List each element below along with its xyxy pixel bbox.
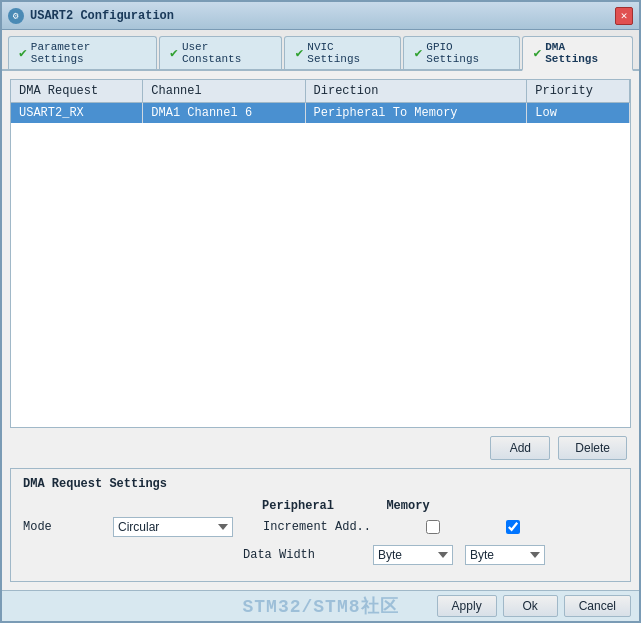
- mode-control: Normal Circular: [113, 517, 233, 537]
- mode-dropdown[interactable]: Normal Circular: [113, 517, 233, 537]
- data-width-selects: Byte Half Word Word Byte Half Word Word: [373, 545, 545, 565]
- window-icon: ⚙: [8, 8, 24, 24]
- peripheral-width-dropdown[interactable]: Byte Half Word Word: [373, 545, 453, 565]
- increment-label: Increment Add..: [263, 520, 393, 534]
- tab-check-icon: ✔: [295, 45, 303, 61]
- col-header-channel: Channel: [143, 80, 305, 103]
- tab-dma-settings[interactable]: ✔ DMA Settings: [522, 36, 633, 71]
- tab-parameter-settings[interactable]: ✔ Parameter Settings: [8, 36, 157, 69]
- delete-button[interactable]: Delete: [558, 436, 627, 460]
- watermark: STM32/STM8社区: [242, 594, 398, 618]
- add-button[interactable]: Add: [490, 436, 550, 460]
- cell-priority: Low: [527, 103, 630, 124]
- cell-channel: DMA1 Channel 6: [143, 103, 305, 124]
- table-actions: Add Delete: [10, 436, 631, 460]
- peripheral-increment-checkbox[interactable]: [426, 520, 440, 534]
- dma-table-area: DMA Request Channel Direction Priority U…: [10, 79, 631, 428]
- tab-nvic-settings[interactable]: ✔ NVIC Settings: [284, 36, 401, 69]
- memory-increment-wrap: [473, 520, 553, 534]
- dma-request-settings: DMA Request Settings Peripheral Memory M…: [10, 468, 631, 582]
- tab-check-icon: ✔: [414, 45, 422, 61]
- tab-check-icon: ✔: [533, 45, 541, 61]
- window-title: USART2 Configuration: [30, 9, 174, 23]
- data-width-row: Data Width Byte Half Word Word Byte Half…: [23, 545, 618, 565]
- mode-row: Mode Normal Circular Increment Add..: [23, 517, 618, 537]
- memory-width-dropdown[interactable]: Byte Half Word Word: [465, 545, 545, 565]
- cell-dma-request: USART2_RX: [11, 103, 143, 124]
- tab-check-icon: ✔: [19, 45, 27, 61]
- apply-button[interactable]: Apply: [437, 595, 497, 617]
- memory-increment-checkbox[interactable]: [506, 520, 520, 534]
- mode-label: Mode: [23, 520, 113, 534]
- bottom-bar: STM32/STM8社区 Apply Ok Cancel: [2, 590, 639, 621]
- col-header-priority: Priority: [527, 80, 630, 103]
- tab-gpio-settings[interactable]: ✔ GPIO Settings: [403, 36, 520, 69]
- cell-direction: Peripheral To Memory: [305, 103, 527, 124]
- peripheral-column-header: Peripheral: [243, 499, 353, 513]
- memory-column-header: Memory: [353, 499, 463, 513]
- main-content: DMA Request Channel Direction Priority U…: [2, 71, 639, 590]
- tab-user-constants[interactable]: ✔ User Constants: [159, 36, 282, 69]
- main-window: ⚙ USART2 Configuration ✕ ✔ Parameter Set…: [0, 0, 641, 623]
- table-row[interactable]: USART2_RX DMA1 Channel 6 Peripheral To M…: [11, 103, 630, 124]
- tab-check-icon: ✔: [170, 45, 178, 61]
- dma-table: DMA Request Channel Direction Priority U…: [11, 80, 630, 123]
- settings-title: DMA Request Settings: [23, 477, 618, 491]
- cancel-button[interactable]: Cancel: [564, 595, 631, 617]
- data-width-label: Data Width: [243, 548, 373, 562]
- ok-button[interactable]: Ok: [503, 595, 558, 617]
- peripheral-increment-wrap: [393, 520, 473, 534]
- col-header-direction: Direction: [305, 80, 527, 103]
- col-header-dma-request: DMA Request: [11, 80, 143, 103]
- title-bar: ⚙ USART2 Configuration ✕: [2, 2, 639, 30]
- tabs-bar: ✔ Parameter Settings ✔ User Constants ✔ …: [2, 30, 639, 71]
- close-button[interactable]: ✕: [615, 7, 633, 25]
